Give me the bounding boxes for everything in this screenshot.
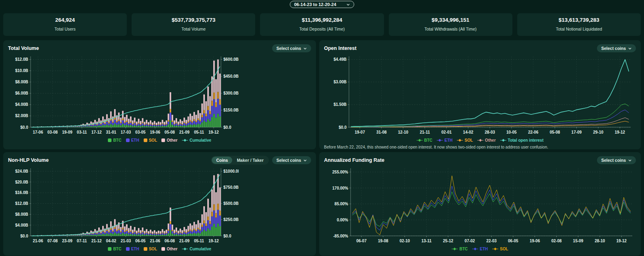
stat-card-total-liquidated: $13,613,739,283 Total Notional Liquidate… (517, 13, 641, 36)
legend-marker (472, 247, 478, 251)
svg-text:$8.00B: $8.00B (15, 80, 28, 84)
legend-item-eth[interactable]: ETH (126, 247, 139, 251)
svg-text:$12.0B: $12.0B (15, 201, 28, 206)
legend-item-sol[interactable]: SOL (144, 247, 157, 251)
non-hlp-volume-legend: BTCETHSOLOtherCumulative (8, 247, 311, 251)
svg-text:23-09: 23-09 (62, 239, 72, 243)
panel-total-volume: Total Volume Select coins $12.0B$10.0B$8… (3, 40, 316, 149)
legend-label: Other (167, 138, 178, 142)
legend-label: BTC (424, 138, 433, 142)
legend-item-btc[interactable]: BTC (108, 247, 122, 251)
chevron-down-icon (347, 4, 350, 6)
svg-text:17-03: 17-03 (121, 130, 131, 134)
svg-text:17-06: 17-06 (33, 130, 43, 134)
legend-label: Other (167, 247, 178, 251)
svg-text:06-05: 06-05 (508, 239, 518, 243)
svg-text:85.00%: 85.00% (334, 202, 348, 206)
date-range-value: 06-14-23 to 12-20-24 (294, 2, 336, 7)
legend-item-eth[interactable]: ETH (126, 138, 139, 142)
svg-text:25-12: 25-12 (443, 239, 454, 243)
select-coins-button[interactable]: Select coins (597, 156, 636, 164)
svg-text:06-05: 06-05 (135, 239, 146, 243)
charts-grid: Total Volume Select coins $12.0B$10.0B$8… (3, 40, 641, 256)
legend-item-cumulative[interactable]: Cumulative (182, 138, 211, 142)
legend-label: Cumulative (190, 247, 211, 251)
svg-text:$500.0B: $500.0B (223, 201, 239, 206)
legend-item-sol[interactable]: SOL (144, 138, 157, 142)
svg-text:$1.50B: $1.50B (334, 102, 347, 107)
legend-item-sol[interactable]: SOL (457, 138, 473, 142)
open-interest-plot: $4.49B$3.00B$1.50B$0.019-0731-0812-1021-… (324, 56, 631, 137)
legend-item-total-open-interest[interactable]: Total open interest (500, 138, 544, 142)
stat-label: Total Volume (133, 27, 254, 31)
svg-text:21-09: 21-09 (179, 239, 190, 243)
svg-text:07-02: 07-02 (464, 239, 475, 243)
stat-label: Total Notional Liquidated (519, 27, 639, 31)
svg-text:14-02: 14-02 (463, 130, 473, 134)
funding-rate-legend: BTCETHSOL (324, 247, 636, 251)
svg-text:04-02: 04-02 (106, 239, 116, 243)
date-range-select[interactable]: 06-14-23 to 12-20-24 (290, 1, 355, 8)
legend-item-other[interactable]: Other (161, 138, 178, 142)
legend-label: Total open interest (508, 138, 544, 142)
svg-text:$8.00B: $8.00B (15, 212, 28, 217)
legend-marker (108, 138, 111, 142)
top-bar: 06-14-23 to 12-20-24 (0, 0, 644, 8)
chevron-down-icon (628, 159, 632, 161)
svg-text:22-03: 22-03 (486, 239, 497, 243)
legend-marker (437, 138, 443, 142)
legend-item-btc[interactable]: BTC (108, 138, 122, 142)
svg-text:255.00%: 255.00% (332, 170, 349, 174)
legend-item-cumulative[interactable]: Cumulative (182, 247, 211, 251)
legend-marker (144, 247, 147, 251)
legend-item-eth[interactable]: ETH (437, 138, 452, 142)
svg-text:12-10: 12-10 (398, 130, 409, 134)
svg-text:19-12: 19-12 (208, 239, 219, 243)
legend-label: Other (485, 138, 496, 142)
legend-item-btc[interactable]: BTC (417, 138, 433, 142)
select-coins-button[interactable]: Select coins (597, 44, 636, 52)
svg-text:19-06: 19-06 (150, 130, 160, 134)
legend-item-other[interactable]: Other (477, 138, 496, 142)
chevron-down-icon (303, 159, 307, 161)
svg-text:$150.0B: $150.0B (223, 108, 239, 112)
svg-text:$2.00B: $2.00B (15, 114, 28, 118)
svg-text:170.00%: 170.00% (332, 186, 349, 190)
select-coins-button[interactable]: Select coins (272, 156, 311, 164)
legend-item-eth[interactable]: ETH (472, 247, 488, 251)
legend-item-sol[interactable]: SOL (492, 247, 508, 251)
select-coins-button[interactable]: Select coins (272, 44, 311, 52)
legend-marker (161, 247, 165, 251)
svg-text:19-12: 19-12 (616, 239, 627, 243)
svg-text:$0.0: $0.0 (223, 125, 231, 130)
panel-title: Non-HLP Volume (8, 157, 49, 163)
open-interest-chart: $4.49B$3.00B$1.50B$0.019-0731-0812-1021-… (324, 56, 636, 137)
svg-text:$3.00B: $3.00B (334, 80, 347, 84)
stat-value: $13,613,739,283 (519, 17, 639, 23)
svg-text:05-11: 05-11 (194, 239, 204, 243)
legend-marker (126, 247, 130, 251)
svg-text:07-08: 07-08 (47, 239, 58, 243)
svg-text:10-05: 10-05 (506, 130, 517, 134)
tab-coins[interactable]: Coins (212, 157, 232, 164)
legend-item-other[interactable]: Other (161, 247, 178, 251)
svg-text:$600.0B: $600.0B (223, 57, 239, 62)
legend-marker (108, 247, 111, 251)
legend-item-btc[interactable]: BTC (452, 247, 468, 251)
legend-label: SOL (149, 247, 157, 251)
legend-label: BTC (113, 138, 122, 142)
legend-label: ETH (131, 138, 139, 142)
svg-text:31-08: 31-08 (376, 130, 387, 134)
legend-label: ETH (444, 138, 452, 142)
svg-text:03-08: 03-08 (47, 130, 58, 134)
svg-text:07-11: 07-11 (77, 239, 87, 243)
svg-text:21-11: 21-11 (420, 130, 430, 134)
svg-text:$24.0B: $24.0B (15, 169, 28, 173)
total-volume-legend: BTCETHSOLOtherCumulative (8, 138, 311, 142)
svg-text:19-12: 19-12 (615, 130, 625, 134)
tab-maker-taker[interactable]: Maker / Taker (232, 157, 268, 164)
panel-non-hlp-volume: Non-HLP Volume Coins Maker / Taker Selec… (3, 152, 316, 256)
legend-label: BTC (459, 247, 468, 251)
svg-text:28-03: 28-03 (485, 130, 495, 134)
legend-marker (500, 138, 506, 142)
